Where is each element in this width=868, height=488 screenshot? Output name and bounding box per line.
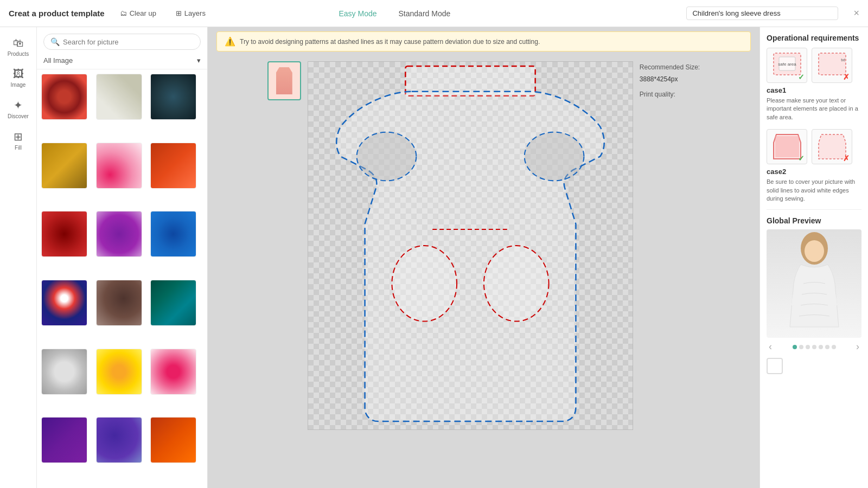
- close-button[interactable]: ×: [853, 8, 859, 19]
- preview-navigation: ‹ ›: [767, 341, 861, 352]
- svg-point-3: [392, 246, 457, 322]
- preview-dots: [793, 345, 836, 349]
- layers-button[interactable]: ⊞ Layers: [171, 7, 210, 20]
- preview-figure-svg: [771, 229, 858, 338]
- case1-title: case1: [767, 86, 861, 94]
- image-item-4[interactable]: [41, 143, 87, 189]
- layers-icon: ⊞: [176, 9, 182, 17]
- search-input[interactable]: [63, 38, 194, 46]
- canvas-wrapper: Recommended Size: 3888*4254px Print qual…: [208, 56, 760, 488]
- case1-good-img: safe area ✓: [767, 48, 807, 83]
- image-item-15[interactable]: [150, 349, 196, 395]
- warning-banner: ⚠️ Try to avoid designing patterns at da…: [216, 31, 751, 52]
- fill-icon: ⊞: [14, 130, 23, 143]
- dot-3[interactable]: [812, 345, 816, 349]
- svg-text:txt: txt: [841, 58, 845, 62]
- easy-mode-button[interactable]: Easy Mode: [328, 6, 387, 21]
- app-title: Creat a product template: [9, 9, 105, 18]
- clearup-icon: 🗂: [120, 9, 127, 17]
- image-item-9[interactable]: [150, 211, 196, 257]
- case2-good-img: ✓: [767, 129, 807, 164]
- image-item-2[interactable]: [96, 74, 142, 120]
- clearup-button[interactable]: 🗂 Clear up: [116, 7, 161, 20]
- color-picker[interactable]: [767, 358, 783, 374]
- warning-icon: ⚠️: [225, 36, 235, 47]
- dot-2[interactable]: [806, 345, 810, 349]
- filter-dropdown[interactable]: All Image ▾: [37, 56, 207, 69]
- case1-good-badge: ✓: [798, 73, 805, 81]
- sidebar-item-fill[interactable]: ⊞ Fill: [0, 126, 36, 155]
- right-sidebar: Operational requirements safe area ✓: [760, 27, 868, 488]
- main-layout: 🛍 Products 🖼 Image ✦ Discover ⊞ Fill 🔍 A…: [0, 27, 868, 488]
- thumb-dress-preview: [276, 67, 292, 94]
- standard-mode-button[interactable]: Standard Mode: [388, 6, 462, 21]
- image-item-3[interactable]: [150, 74, 196, 120]
- thumbnail-item[interactable]: [267, 61, 301, 100]
- image-icon: 🖼: [13, 68, 24, 80]
- case1: safe area ✓ txt ✗ case1 Please make sur: [767, 48, 861, 121]
- recommended-size-label: Recommended Size:: [640, 63, 700, 71]
- svg-rect-9: [819, 53, 846, 75]
- case2-title: case2: [767, 168, 861, 176]
- dress-outline-svg: [308, 62, 633, 429]
- image-item-8[interactable]: [96, 211, 142, 257]
- icon-sidebar: 🛍 Products 🖼 Image ✦ Discover ⊞ Fill: [0, 27, 37, 488]
- image-item-13[interactable]: [41, 349, 87, 395]
- case1-bad-badge: ✗: [843, 73, 850, 81]
- recommended-size-value: 3888*4254px: [640, 75, 700, 83]
- image-item-14[interactable]: [96, 349, 142, 395]
- dot-6[interactable]: [832, 345, 836, 349]
- sidebar-item-products[interactable]: 🛍 Products: [0, 33, 36, 61]
- svg-point-2: [525, 132, 584, 181]
- product-name-input[interactable]: [692, 9, 832, 17]
- main-canvas[interactable]: [308, 61, 633, 430]
- case2: ✓ ✗ case2 Be sure to cover your picture …: [767, 129, 861, 203]
- divider: [767, 209, 861, 210]
- image-item-12[interactable]: [150, 280, 196, 326]
- products-icon: 🛍: [13, 37, 24, 49]
- image-item-11[interactable]: [96, 280, 142, 326]
- dot-4[interactable]: [819, 345, 823, 349]
- canvas-info: Recommended Size: 3888*4254px Print qual…: [640, 61, 700, 98]
- case2-desc: Be sure to cover your picture with solid…: [767, 178, 861, 203]
- discover-icon: ✦: [14, 99, 23, 112]
- image-item-16[interactable]: [41, 417, 87, 463]
- case2-images: ✓ ✗: [767, 129, 861, 164]
- op-req-title: Operational requirements: [767, 34, 861, 42]
- dot-5[interactable]: [825, 345, 829, 349]
- chevron-down-icon: ▾: [197, 56, 201, 65]
- preview-next-button[interactable]: ›: [854, 341, 861, 352]
- sidebar-item-discover[interactable]: ✦ Discover: [0, 94, 36, 124]
- image-item-1[interactable]: [41, 74, 87, 120]
- svg-rect-11: [775, 136, 799, 157]
- case2-good-badge: ✓: [798, 154, 805, 163]
- print-quality-label: Print quality:: [640, 91, 700, 98]
- dot-0[interactable]: [793, 345, 797, 349]
- image-item-10[interactable]: [41, 280, 87, 326]
- svg-point-1: [356, 132, 416, 181]
- canvas-area: ⚠️ Try to avoid designing patterns at da…: [208, 27, 760, 488]
- global-preview-title: Global Preview: [767, 216, 861, 225]
- case1-bad-img: txt ✗: [812, 48, 852, 83]
- mode-switcher: Easy Mode Standard Mode: [328, 6, 461, 21]
- sidebar-item-image[interactable]: 🖼 Image: [0, 63, 36, 92]
- search-wrapper: 🔍: [43, 34, 201, 50]
- thumbnail-strip: [267, 61, 301, 100]
- dot-1[interactable]: [799, 345, 803, 349]
- case2-bad-badge: ✗: [843, 154, 850, 163]
- image-item-17[interactable]: [96, 417, 142, 463]
- cases-list: safe area ✓ txt ✗ case1 Please make sur: [767, 48, 861, 203]
- image-item-5[interactable]: [96, 143, 142, 189]
- case2-bad-img: ✗: [812, 129, 852, 164]
- global-preview-image: [767, 229, 861, 338]
- search-icon: 🔍: [50, 37, 60, 46]
- preview-prev-button[interactable]: ‹: [767, 341, 774, 352]
- image-item-6[interactable]: [150, 143, 196, 189]
- images-grid: [37, 69, 207, 488]
- topbar: Creat a product template 🗂 Clear up ⊞ La…: [0, 0, 868, 27]
- svg-text:safe area: safe area: [778, 62, 796, 67]
- svg-point-13: [805, 240, 824, 262]
- svg-point-4: [484, 246, 549, 322]
- image-item-7[interactable]: [41, 211, 87, 257]
- image-item-18[interactable]: [150, 417, 196, 463]
